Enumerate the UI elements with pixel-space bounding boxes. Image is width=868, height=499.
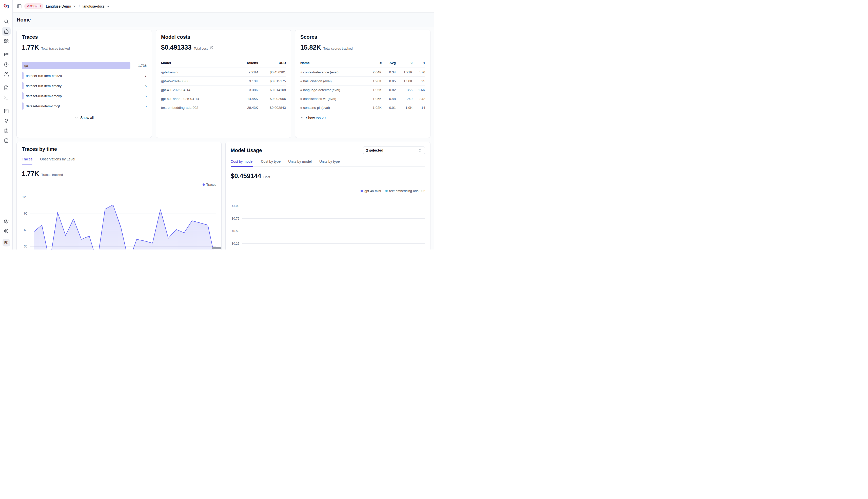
- environment-badge: PROD-EU: [24, 3, 43, 9]
- trace-name: dataset-run-item-cmcvp: [26, 94, 62, 98]
- model-costs-table: ModelTokensUSDgpt-4o-mini2.21M$0.456301g…: [161, 61, 286, 112]
- table-cell: 0.34: [382, 70, 396, 74]
- trace-count: 5: [130, 104, 146, 108]
- table-cell: 14: [413, 106, 425, 110]
- playground-icon[interactable]: [2, 93, 11, 102]
- breadcrumb-separator: /: [79, 4, 80, 9]
- home-icon[interactable]: [2, 27, 11, 36]
- settings-icon[interactable]: [2, 217, 11, 226]
- database-icon[interactable]: [2, 136, 11, 145]
- trace-count: 5: [130, 84, 146, 88]
- show-top-20-button[interactable]: Show top 20: [300, 116, 325, 120]
- sidebar-toggle-button[interactable]: [17, 4, 22, 9]
- table-row: # language-detector (eval)1.95K0.823551.…: [300, 85, 425, 94]
- table-cell: $0.456301: [258, 70, 286, 74]
- support-icon[interactable]: [2, 227, 11, 235]
- column-header: 0: [396, 61, 413, 65]
- trace-bar: [22, 82, 24, 89]
- traces-total: 1.77K: [22, 44, 39, 51]
- trace-list-item[interactable]: dataset-run-item-cmcvp5: [22, 92, 146, 99]
- trace-bar: [22, 62, 130, 69]
- chart-plot: [245, 196, 425, 250]
- model-costs-caption: Total cost: [194, 47, 207, 50]
- traces-by-time-tabs: Traces Observations by Level: [22, 157, 216, 164]
- tab-traces[interactable]: Traces: [22, 157, 33, 164]
- user-avatar[interactable]: FK: [2, 239, 10, 246]
- trace-list-item[interactable]: qa1,736: [22, 62, 146, 69]
- page-header: Home: [13, 13, 434, 27]
- tab-observations-by-level[interactable]: Observations by Level: [40, 157, 75, 164]
- model-usage-chart: $1.00$0.75$0.50$0.25: [231, 196, 425, 250]
- horizontal-scrollbar-thumb[interactable]: [212, 247, 221, 249]
- page-title: Home: [17, 17, 31, 23]
- scores-table: Name#Avg01# contextrelevance (eval)2.04K…: [300, 61, 425, 112]
- prompts-icon[interactable]: [2, 84, 11, 92]
- trace-list-item[interactable]: dataset-run-item-cmc297: [22, 72, 146, 79]
- table-cell: gpt-4.1-2025-04-14: [161, 88, 235, 92]
- trace-count: 1,736: [130, 64, 146, 68]
- sidebar-footer-nav: [2, 217, 11, 235]
- legend-dot-icon: [203, 183, 205, 186]
- model-usage-total: $0.459144: [231, 172, 261, 180]
- trace-name: dataset-run-item-cmcky: [26, 84, 61, 88]
- table-cell: 1.95K: [365, 97, 382, 101]
- show-all-button[interactable]: Show all: [75, 115, 94, 120]
- sessions-icon[interactable]: [2, 60, 11, 69]
- insights-icon[interactable]: [2, 117, 11, 125]
- scores-card: Scores 15.82K Total scores tracked Name#…: [295, 29, 430, 138]
- y-axis-tick: $0.50: [231, 229, 242, 233]
- datasets-icon[interactable]: [2, 126, 11, 135]
- legend-label: text-embedding-ada-002: [389, 189, 425, 193]
- legend-label: Traces: [206, 183, 216, 186]
- table-cell: # contains-pii (eval): [300, 106, 365, 110]
- dashboards-icon[interactable]: [2, 37, 11, 46]
- table-cell: # hallucination (eval): [300, 79, 365, 83]
- tab-units-by-type[interactable]: Units by type: [319, 159, 340, 166]
- model-select[interactable]: 2 selected: [363, 146, 425, 154]
- table-cell: text-embedding-ada-002: [161, 106, 235, 110]
- table-cell: # conciseness-v1 (eval): [300, 97, 365, 101]
- y-axis-tick: $1.00: [231, 204, 242, 208]
- table-row: gpt-4o-mini2.21M$0.456301: [161, 68, 286, 76]
- chevrons-up-down-icon: [418, 148, 422, 152]
- search-icon[interactable]: [2, 17, 11, 26]
- evaluation-icon[interactable]: [2, 107, 11, 115]
- table-row: # conciseness-v1 (eval)1.95K0.48240242: [300, 94, 425, 103]
- trace-name: dataset-run-item-cmcjf: [26, 104, 60, 108]
- table-cell: gpt-4o-2024-08-06: [161, 79, 235, 83]
- table-cell: 0.48: [382, 97, 396, 101]
- tracing-icon[interactable]: [2, 50, 11, 59]
- column-header: 1: [413, 61, 425, 65]
- table-cell: $0.002843: [258, 106, 286, 110]
- chart-plot: [33, 190, 216, 250]
- chevron-down-icon: [106, 4, 110, 8]
- column-header: Name: [300, 61, 365, 65]
- trace-list-item[interactable]: dataset-run-item-cmcjf5: [22, 102, 146, 110]
- table-row: gpt-4.1-2025-04-143.38K$0.014108: [161, 85, 286, 94]
- tab-units-by-model[interactable]: Units by model: [288, 159, 312, 166]
- table-cell: 2.04K: [365, 70, 382, 74]
- column-header: Tokens: [235, 61, 258, 65]
- table-cell: 240: [396, 97, 413, 101]
- legend-item: Traces: [203, 183, 216, 186]
- trace-list-item[interactable]: dataset-run-item-cmcky5: [22, 82, 146, 89]
- column-header: Model: [161, 61, 235, 65]
- organization-switcher[interactable]: Langfuse Demo: [46, 4, 76, 8]
- organization-name: Langfuse Demo: [46, 4, 71, 8]
- tab-cost-by-model[interactable]: Cost by model: [231, 159, 253, 166]
- scores-caption: Total scores tracked: [323, 47, 353, 50]
- tab-cost-by-type[interactable]: Cost by type: [261, 159, 281, 166]
- table-cell: 3.13K: [235, 79, 258, 83]
- model-costs-card: Model costs $0.491333 Total cost ModelTo…: [156, 29, 291, 138]
- project-switcher[interactable]: langfuse-docs: [83, 4, 110, 8]
- table-cell: # language-detector (eval): [300, 88, 365, 92]
- panel-left-icon: [17, 4, 22, 9]
- card-title: Model costs: [161, 34, 286, 40]
- users-icon[interactable]: [2, 70, 11, 79]
- y-axis-tick: 60: [22, 228, 31, 232]
- table-cell: $0.015175: [258, 79, 286, 83]
- table-cell: # contextrelevance (eval): [300, 70, 365, 74]
- scores-total: 15.82K: [300, 44, 321, 51]
- trace-count: 7: [130, 74, 146, 78]
- info-icon[interactable]: [210, 46, 213, 49]
